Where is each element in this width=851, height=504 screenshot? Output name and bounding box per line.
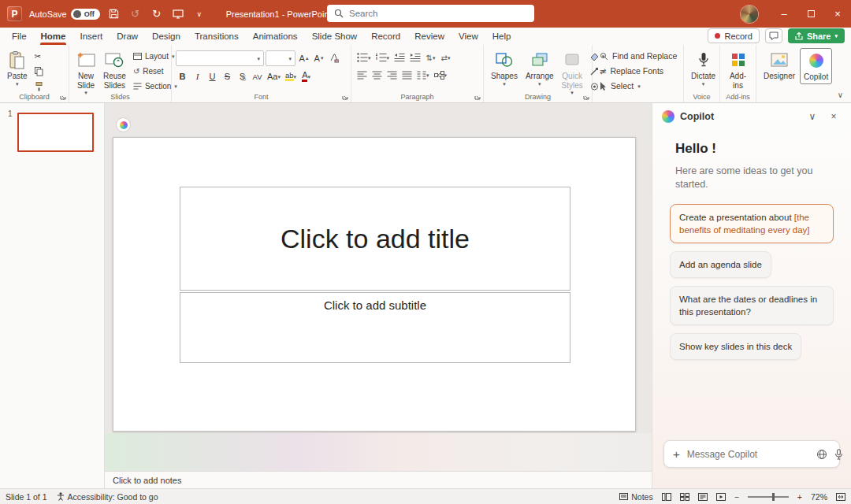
tab-review[interactable]: Review [407, 28, 452, 45]
select-button[interactable]: Select ▾ [596, 80, 680, 92]
align-left-button[interactable] [355, 68, 369, 82]
designer-button[interactable]: Designer [760, 48, 798, 83]
clipboard-dialog-launcher-icon[interactable] [60, 94, 66, 100]
undo-icon[interactable]: ↺ [128, 5, 143, 24]
copilot-message-bar[interactable]: + [663, 440, 840, 468]
start-slideshow-icon[interactable] [171, 5, 185, 24]
reuse-slides-button[interactable]: Reuse Slides [100, 48, 129, 91]
redo-icon[interactable]: ↻ [150, 5, 164, 24]
grow-font-button[interactable]: A▴ [297, 51, 310, 65]
justify-button[interactable] [400, 68, 414, 82]
bold-button[interactable]: B [176, 69, 189, 83]
title-placeholder[interactable]: Click to add title [180, 187, 570, 291]
tab-help[interactable]: Help [485, 28, 518, 45]
find-and-replace-button[interactable]: Find and Replace [596, 50, 680, 62]
fit-slide-to-window-button[interactable] [836, 493, 845, 501]
strikethrough-button[interactable]: S [221, 69, 234, 83]
numbering-button[interactable]: ▾ [374, 50, 392, 65]
slideshow-view-button[interactable] [716, 493, 726, 501]
zoom-out-button[interactable]: − [734, 492, 739, 502]
quick-access-toolbar-chevron-icon[interactable]: ∨ [192, 5, 206, 24]
cut-button[interactable]: ✂ [32, 50, 46, 63]
increase-indent-button[interactable] [408, 50, 422, 65]
web-globe-icon[interactable] [816, 449, 827, 460]
copilot-close-icon[interactable]: × [826, 109, 842, 124]
tab-home[interactable]: Home [34, 28, 73, 45]
addins-button[interactable]: Add-ins [724, 48, 752, 91]
text-shadow-button[interactable]: S [236, 69, 249, 83]
copilot-suggestion-key-slides[interactable]: Show key slides in this deck [670, 333, 801, 360]
change-case-button[interactable]: Aa▾ [266, 69, 282, 83]
accessibility-checker[interactable]: Accessibility: Good to go [57, 492, 158, 502]
record-button[interactable]: Record [708, 28, 759, 43]
comments-button[interactable] [765, 28, 782, 43]
drawing-dialog-launcher-icon[interactable] [583, 94, 589, 100]
tab-view[interactable]: View [452, 28, 485, 45]
copilot-suggestion-create-presentation[interactable]: Create a presentation about [the benefit… [670, 204, 834, 243]
zoom-slider-thumb[interactable] [772, 493, 775, 501]
autosave-control[interactable]: AutoSave Off [29, 9, 100, 20]
shrink-font-button[interactable]: A▾ [312, 51, 325, 65]
voice-mic-icon[interactable] [834, 449, 843, 460]
replace-fonts-button[interactable]: ⇄ Replace Fonts [596, 65, 680, 77]
tab-animations[interactable]: Animations [246, 28, 305, 45]
underline-button[interactable]: U [206, 69, 219, 83]
collapse-ribbon-icon[interactable]: ∨ [838, 91, 843, 99]
zoom-level[interactable]: 72% [811, 492, 827, 502]
copy-button[interactable] [32, 65, 46, 78]
align-right-button[interactable] [385, 68, 399, 82]
character-spacing-button[interactable]: AV [251, 69, 264, 83]
notes-pane[interactable]: Click to add notes [105, 471, 652, 488]
user-avatar[interactable] [741, 6, 758, 23]
bullets-button[interactable]: ▾ [355, 50, 373, 65]
search-input[interactable] [349, 9, 507, 18]
slide-thumbnail[interactable] [17, 113, 94, 152]
close-button[interactable]: × [824, 0, 851, 28]
zoom-slider[interactable] [748, 496, 789, 498]
convert-to-smartart-button[interactable]: ▾ [433, 68, 449, 82]
italic-button[interactable]: I [191, 69, 204, 83]
minimize-button[interactable]: – [771, 0, 797, 28]
search-box[interactable] [327, 5, 534, 22]
slide-sorter-view-button[interactable] [680, 493, 689, 501]
shapes-button[interactable]: Shapes ▾ [488, 48, 521, 88]
copilot-suggestion-agenda[interactable]: Add an agenda slide [670, 251, 771, 278]
paste-button[interactable]: Paste ▾ [4, 48, 31, 88]
text-direction-button[interactable]: ⇄ ▾ [439, 50, 452, 65]
save-icon[interactable] [107, 5, 121, 24]
share-button[interactable]: Share ▾ [788, 28, 845, 43]
autosave-toggle[interactable]: Off [71, 9, 100, 20]
font-color-button[interactable]: A▾ [299, 69, 313, 83]
maximize-button[interactable] [797, 0, 824, 28]
quick-styles-button[interactable]: Quick Styles ▾ [559, 48, 586, 97]
slide-counter[interactable]: Slide 1 of 1 [6, 492, 47, 502]
tab-slide-show[interactable]: Slide Show [305, 28, 365, 45]
slide-canvas[interactable]: Click to add title Click to add subtitle [113, 137, 636, 432]
font-name-select[interactable]: ▾ [176, 50, 264, 66]
clear-formatting-button[interactable] [327, 51, 340, 65]
copilot-button[interactable]: Copilot [800, 48, 832, 84]
tab-draw[interactable]: Draw [110, 28, 145, 45]
tab-insert[interactable]: Insert [72, 28, 110, 45]
font-size-select[interactable]: ▾ [266, 50, 295, 66]
line-spacing-button[interactable]: ⇅ ▾ [424, 50, 437, 65]
normal-view-button[interactable] [662, 493, 671, 501]
text-highlight-button[interactable]: ab▾ [284, 69, 298, 83]
new-slide-button[interactable]: New Slide ▾ [73, 48, 98, 97]
copilot-suggestion-deadlines[interactable]: What are the dates or deadlines in this … [670, 286, 834, 325]
attach-plus-icon[interactable]: + [673, 447, 680, 461]
tab-record[interactable]: Record [364, 28, 407, 45]
copilot-message-input[interactable] [687, 449, 809, 460]
tab-design[interactable]: Design [145, 28, 188, 45]
align-center-button[interactable] [370, 68, 384, 82]
decrease-indent-button[interactable] [392, 50, 407, 65]
arrange-button[interactable]: Arrange ▾ [522, 48, 557, 88]
dictate-button[interactable]: Dictate ▾ [688, 48, 719, 88]
tab-file[interactable]: File [5, 28, 34, 45]
paragraph-dialog-launcher-icon[interactable] [474, 94, 481, 100]
tab-transitions[interactable]: Transitions [188, 28, 246, 45]
format-painter-button[interactable] [32, 80, 46, 93]
copilot-collapse-icon[interactable]: ∨ [805, 109, 820, 124]
font-dialog-launcher-icon[interactable] [342, 94, 348, 100]
subtitle-placeholder[interactable]: Click to add subtitle [180, 292, 570, 363]
